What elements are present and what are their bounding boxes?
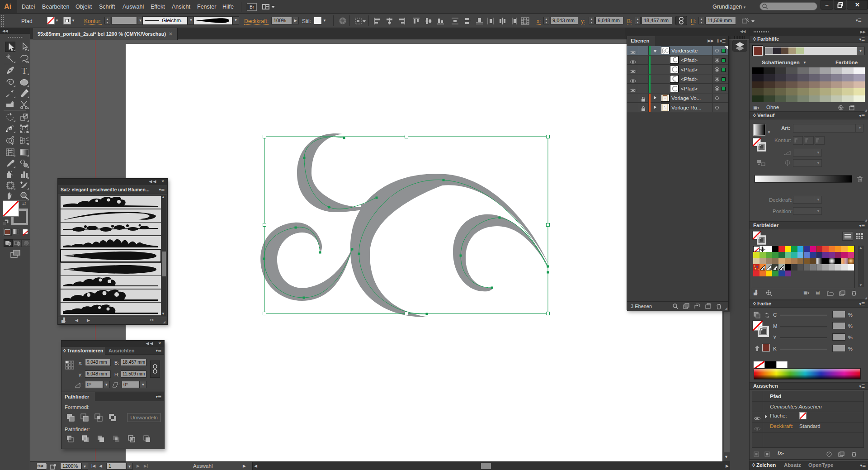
svg-text:T: T xyxy=(22,66,27,76)
